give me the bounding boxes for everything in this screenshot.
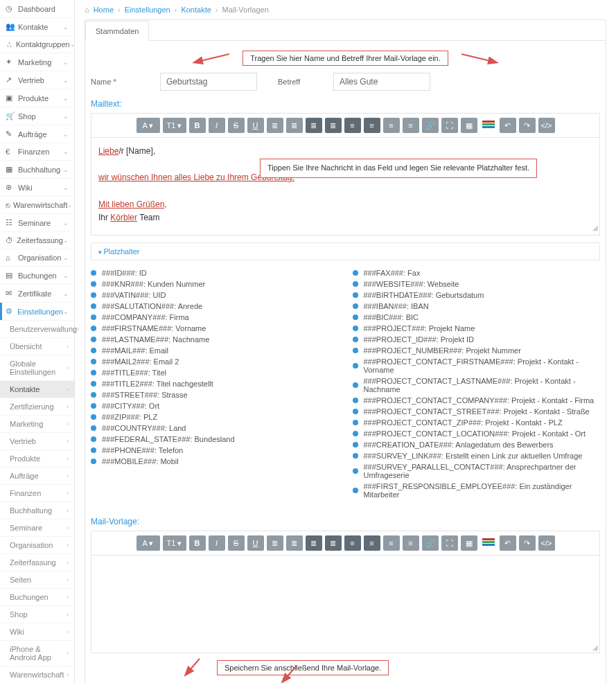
sub-item-seminare[interactable]: Seminare› — [0, 520, 74, 537]
placeholder-item[interactable]: ###TITLE###: Titel — [91, 367, 339, 378]
sub-item-iphone-&-android-app[interactable]: iPhone & Android App› — [0, 641, 74, 666]
placeholder-item[interactable]: ###FEDERAL_STATE###: Bundesland — [91, 434, 339, 445]
toolbar-btn-7[interactable]: ≣ — [286, 535, 303, 551]
placeholder-item[interactable]: ###BIC###: BIC — [353, 312, 601, 323]
placeholder-item[interactable]: ###IBAN###: IBAN — [353, 301, 601, 312]
placeholder-item[interactable]: ###COUNTRY###: Land — [91, 423, 339, 434]
placeholder-item[interactable]: ###ZIP###: PLZ — [91, 411, 339, 423]
toolbar-btn-17[interactable] — [480, 535, 497, 551]
toolbar-btn-11[interactable]: ≡ — [364, 535, 380, 551]
toolbar-btn-14[interactable]: 🔗 — [422, 118, 439, 133]
sub-item-übersicht[interactable]: Übersicht› — [0, 338, 74, 355]
placeholder-item[interactable]: ###PROJECT_ID###: Projekt ID — [353, 334, 601, 345]
nav-item-marketing[interactable]: ✶Marketing⌄ — [0, 53, 74, 71]
toolbar-btn-19[interactable]: ↷ — [519, 118, 536, 133]
toolbar-btn-18[interactable]: ↶ — [500, 535, 516, 551]
placeholder-item[interactable]: ###PROJECT_CONTACT_STREET###: Projekt - … — [353, 406, 601, 417]
toolbar-btn-1[interactable]: T1 ▾ — [163, 535, 186, 551]
sub-item-wiki[interactable]: Wiki› — [0, 623, 74, 641]
placeholder-item[interactable]: ###PROJECT_CONTACT_LASTNAME###: Projekt … — [353, 375, 601, 395]
sub-item-benutzerverwaltung[interactable]: Benutzerverwaltung› — [0, 321, 74, 338]
toolbar-btn-7[interactable]: ≣ — [286, 118, 303, 133]
placeholder-item[interactable]: ###MAIL###: Email — [91, 345, 339, 356]
sub-item-zeiterfassung[interactable]: Zeiterfassung› — [0, 554, 74, 571]
nav-item-organisation[interactable]: ⌂Organisation⌄ — [0, 249, 74, 267]
resize-handle[interactable]: ◢ — [592, 644, 598, 651]
placeholder-item[interactable]: ###PROJECT_NUMBER###: Projekt Nummer — [353, 345, 601, 356]
nav-item-warenwirtschaft[interactable]: ⎋Warenwirtschaft⌄ — [0, 197, 74, 214]
sub-item-seiten[interactable]: Seiten› — [0, 571, 74, 589]
placeholder-item[interactable]: ###SURVEY_PARALLEL_CONTACT###: Ansprechp… — [353, 461, 601, 481]
toolbar-btn-18[interactable]: ↶ — [500, 118, 516, 133]
placeholder-item[interactable]: ###SALUTATION###: Anrede — [91, 301, 339, 312]
sub-item-finanzen[interactable]: Finanzen› — [0, 485, 74, 502]
nav-item-buchhaltung[interactable]: ▦Buchhaltung⌄ — [0, 161, 74, 179]
sub-item-warenwirtschaft[interactable]: Warenwirtschaft› — [0, 666, 74, 683]
toolbar-btn-4[interactable]: S — [228, 535, 245, 551]
tab-stammdaten[interactable]: Stammdaten — [85, 21, 149, 41]
toolbar-btn-15[interactable]: ⛶ — [441, 118, 458, 133]
toolbar-btn-13[interactable]: ≡ — [403, 535, 419, 551]
placeholder-header[interactable]: Platzhalter — [91, 242, 600, 260]
toolbar-btn-0[interactable]: A ▾ — [137, 118, 160, 133]
sub-item-aufträge[interactable]: Aufträge› — [0, 468, 74, 485]
toolbar-btn-8[interactable]: ≣ — [306, 118, 322, 133]
toolbar-btn-14[interactable]: 🔗 — [422, 535, 439, 551]
nav-item-wiki[interactable]: ⊛Wiki⌄ — [0, 179, 74, 197]
placeholder-item[interactable]: ###PROJECT###: Projekt Name — [353, 323, 601, 334]
toolbar-btn-11[interactable]: ≡ — [364, 118, 380, 133]
toolbar-btn-16[interactable]: ▦ — [461, 535, 477, 551]
nav-item-buchungen[interactable]: ▤Buchungen⌄ — [0, 267, 74, 285]
sub-item-vertrieb[interactable]: Vertrieb› — [0, 433, 74, 450]
nav-item-zertifikate[interactable]: ✉Zertifikate⌄ — [0, 285, 74, 303]
sub-item-buchhaltung[interactable]: Buchhaltung› — [0, 502, 74, 520]
toolbar-btn-2[interactable]: B — [189, 118, 206, 133]
placeholder-item[interactable]: ###BIRTHDATE###: Geburtsdatum — [353, 290, 601, 301]
breadcrumb-einstellungen[interactable]: Einstellungen — [125, 6, 170, 14]
placeholder-item[interactable]: ###FAX###: Fax — [353, 267, 601, 278]
placeholder-item[interactable]: ###CREATION_DATE###: Anlagedatum des Bew… — [353, 439, 601, 450]
placeholder-item[interactable]: ###FIRSTNAME###: Vorname — [91, 323, 339, 334]
sub-item-organisation[interactable]: Organisation› — [0, 537, 74, 554]
placeholder-item[interactable]: ###PROJECT_CONTACT_LOCATION###: Projekt … — [353, 428, 601, 439]
toolbar-btn-8[interactable]: ≣ — [306, 535, 322, 551]
toolbar-btn-6[interactable]: ≣ — [267, 535, 283, 551]
toolbar-btn-10[interactable]: ≡ — [344, 118, 361, 133]
toolbar-btn-1[interactable]: T1 ▾ — [163, 118, 186, 133]
sub-item-kontakte[interactable]: Kontakte› — [0, 381, 74, 398]
nav-item-vertrieb[interactable]: ↗Vertrieb⌄ — [0, 71, 74, 89]
sub-item-marketing[interactable]: Marketing› — [0, 416, 74, 433]
toolbar-btn-6[interactable]: ≣ — [267, 118, 283, 133]
sub-item-shop[interactable]: Shop› — [0, 606, 74, 623]
sub-item-zertifizierung[interactable]: Zertifizierung› — [0, 398, 74, 416]
nav-item-seminare[interactable]: ☷Seminare⌄ — [0, 214, 74, 232]
toolbar-btn-20[interactable]: </> — [538, 535, 555, 551]
input-name[interactable] — [160, 73, 257, 91]
nav-item-kontaktgruppen[interactable]: ⛬Kontaktgruppen⌄ — [0, 36, 74, 53]
resize-handle[interactable]: ◢ — [592, 222, 598, 233]
placeholder-item[interactable]: ###LASTNAME###: Nachname — [91, 334, 339, 345]
placeholder-item[interactable]: ###WEBSITE###: Webseite — [353, 278, 601, 290]
nav-item-kontakte[interactable]: 👥Kontakte⌄ — [0, 18, 74, 36]
editor-body[interactable]: Liebe/r [Name], wir wünschen Ihnen alles… — [91, 138, 599, 235]
placeholder-item[interactable]: ###ID###: ID — [91, 267, 339, 278]
nav-item-zeiterfassung[interactable]: ⏱Zeiterfassung⌄ — [0, 232, 74, 249]
breadcrumb-home[interactable]: Home — [94, 6, 114, 14]
placeholder-item[interactable]: ###PROJECT_CONTACT_FIRSTNAME###: Projekt… — [353, 356, 601, 375]
toolbar-btn-12[interactable]: ≡ — [383, 535, 400, 551]
nav-item-finanzen[interactable]: €Finanzen⌄ — [0, 143, 74, 161]
placeholder-item[interactable]: ###MAIL2###: Email 2 — [91, 356, 339, 367]
nav-item-shop[interactable]: 🛒Shop⌄ — [0, 107, 74, 125]
toolbar-btn-5[interactable]: U — [247, 535, 264, 551]
sub-item-produkte[interactable]: Produkte› — [0, 450, 74, 468]
toolbar-btn-4[interactable]: S — [228, 118, 245, 133]
placeholder-item[interactable]: ###CITY###: Ort — [91, 400, 339, 411]
nav-item-aufträge[interactable]: ✎Aufträge⌄ — [0, 125, 74, 143]
toolbar-btn-3[interactable]: I — [209, 535, 225, 551]
toolbar-btn-15[interactable]: ⛶ — [441, 535, 458, 551]
placeholder-item[interactable]: ###FIRST_RESPONSIBLE_EMPLOYEE###: Ein zu… — [353, 481, 601, 500]
toolbar-btn-0[interactable]: A ▾ — [137, 535, 160, 551]
breadcrumb-kontakte[interactable]: Kontakte — [181, 6, 211, 14]
placeholder-item[interactable]: ###PROJECT_CONTACT_COMPANY###: Projekt -… — [353, 395, 601, 406]
nav-item-produkte[interactable]: ▣Produkte⌄ — [0, 89, 74, 107]
